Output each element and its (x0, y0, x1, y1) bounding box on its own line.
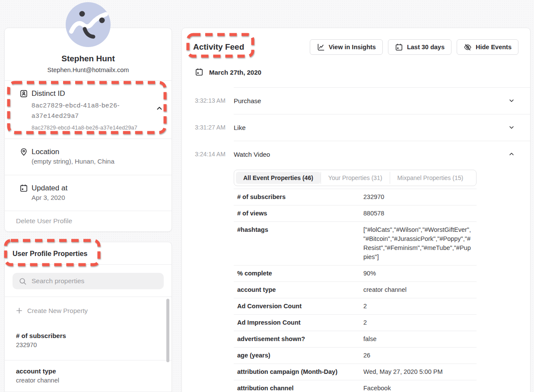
property-list: Create New Property # of subscribers 232… (5, 297, 172, 392)
last-30-days-button[interactable]: Last 30 days (388, 39, 451, 55)
search-properties-box[interactable] (13, 273, 164, 289)
list-item[interactable]: account type creator channel (5, 360, 172, 392)
line-chart-icon (317, 43, 325, 51)
distinct-id-value-small: 8ac27829-ebcd-41a8-be26-a37e14ed29a7 (32, 125, 137, 131)
distinct-id-section: Distinct ID 8ac27829-ebcd-41a8-be26-a37e… (5, 80, 172, 139)
tab-mixpanel-properties[interactable]: Mixpanel Properties (15) (390, 172, 471, 184)
event-name: Like (234, 124, 246, 131)
table-row: age (years) 26 (234, 347, 477, 364)
property-value: Facebook (363, 384, 473, 392)
calendar-icon (395, 43, 403, 51)
event-properties-table: # of subscribers 232970 # of views 88057… (234, 189, 477, 392)
property-value: 26 (363, 351, 473, 360)
property-key: Ad Impression Count (237, 318, 363, 327)
plus-icon (16, 307, 22, 314)
updated-at-label: Updated at (32, 183, 67, 193)
smiley-trendline-avatar-icon (66, 2, 111, 47)
table-row: Ad Conversion Count 2 (234, 298, 477, 314)
chevron-down-icon[interactable] (509, 124, 515, 130)
property-name: account type (16, 367, 160, 375)
table-row: attribution channel Facebook (234, 380, 477, 392)
eye-off-icon (464, 43, 472, 51)
property-key: % complete (237, 269, 363, 278)
property-value: false (363, 335, 473, 344)
table-row: advertisement shown? false (234, 331, 477, 347)
property-key: attribution channel (237, 384, 363, 392)
event-properties-tabs: All Event Properties (46) Your Propertie… (234, 170, 477, 186)
table-row: % complete 90% (234, 265, 477, 281)
calendar-icon (19, 184, 28, 193)
view-in-insights-button[interactable]: View in Insights (310, 39, 383, 55)
event-detail-panel: All Event Properties (46) Your Propertie… (234, 170, 477, 392)
hide-events-button[interactable]: Hide Events (457, 39, 518, 55)
scrollbar-thumb[interactable] (166, 299, 169, 362)
tab-your-properties[interactable]: Your Properties (31) (321, 172, 390, 184)
event-row-purchase[interactable]: 3:32:13 AM Purchase (182, 87, 530, 114)
event-name: Watch Video (234, 151, 270, 158)
property-key: account type (237, 285, 363, 294)
search-properties-input[interactable] (32, 277, 158, 285)
contact-card-icon (19, 89, 28, 98)
create-new-property-label: Create New Property (27, 307, 88, 314)
search-icon (19, 277, 27, 285)
property-key: # of subscribers (237, 193, 363, 202)
create-new-property-button[interactable]: Create New Property (5, 297, 172, 314)
table-row: # of subscribers 232970 (234, 189, 477, 205)
property-value: ["#lolCats","#Wilson","#WorstGiftEver","… (363, 225, 473, 262)
property-value: 232970 (16, 341, 160, 349)
event-time: 3:24:14 AM (195, 151, 234, 158)
profile-name: Stephen Hunt (12, 54, 165, 64)
property-value: Wed, May 27, 2020 5:00 PM (363, 367, 473, 376)
table-row: Ad Impression Count 2 (234, 314, 477, 331)
location-label: Location (32, 147, 114, 157)
calendar-icon (195, 68, 203, 76)
location-value: (empty string), Hunan, China (32, 158, 114, 165)
property-value: 880578 (363, 209, 473, 218)
table-row: # of views 880578 (234, 205, 477, 221)
distinct-id-label: Distinct ID (32, 89, 137, 98)
date-group-label: March 27th, 2020 (209, 69, 261, 76)
chevron-up-icon[interactable] (509, 151, 515, 157)
property-key: # of views (237, 209, 363, 218)
delete-user-profile-link[interactable]: Delete User Profile (5, 211, 172, 232)
property-value: 232970 (363, 193, 473, 202)
property-name: # of subscribers (16, 332, 160, 340)
property-value: 2 (363, 302, 473, 311)
property-value: 2 (363, 318, 473, 327)
date-group-header: March 27th, 2020 (195, 68, 530, 76)
profile-card: Stephen Hunt Stephen.Hunt@hotmailx.com D… (4, 28, 172, 232)
property-key: #hashtags (237, 225, 363, 262)
chevron-up-icon[interactable] (156, 105, 163, 112)
property-key: advertisement shown? (237, 335, 363, 344)
hide-events-label: Hide Events (476, 44, 512, 51)
event-row-watch-video[interactable]: 3:24:14 AM Watch Video (182, 141, 530, 168)
location-section: Location (empty string), Hunan, China (5, 139, 172, 175)
list-item[interactable]: # of subscribers 232970 (5, 314, 172, 360)
activity-feed-card: Activity Feed View in Insights Last 30 d… (181, 28, 531, 392)
user-profile-properties-card: User Profile Properties Create New Prope… (4, 242, 172, 392)
updated-at-value: Apr 3, 2020 (32, 194, 67, 202)
event-time: 3:31:27 AM (195, 124, 234, 131)
table-row: #hashtags ["#lolCats","#Wilson","#WorstG… (234, 221, 477, 265)
event-row-like[interactable]: 3:31:27 AM Like (182, 114, 530, 141)
user-profile-properties-title: User Profile Properties (5, 242, 172, 264)
activity-feed-title: Activity Feed (193, 41, 244, 53)
map-pin-icon (19, 148, 28, 156)
distinct-id-value: 8ac27829-ebcd-41a8-be26-a37e14ed29a7 (32, 100, 133, 121)
event-name: Purchase (234, 97, 261, 104)
property-value: 90% (363, 269, 473, 278)
user-avatar (66, 2, 111, 47)
tab-all-event-properties[interactable]: All Event Properties (46) (236, 172, 321, 184)
profile-email: Stephen.Hunt@hotmailx.com (12, 66, 165, 74)
chevron-down-icon[interactable] (509, 98, 515, 104)
property-value: creator channel (363, 285, 473, 294)
event-time: 3:32:13 AM (195, 97, 234, 104)
property-value: creator channel (16, 376, 160, 384)
property-key: Ad Conversion Count (237, 302, 363, 311)
property-key: attribution campaign (Month-Day) (237, 367, 363, 376)
property-key: age (years) (237, 351, 363, 360)
last-30-days-label: Last 30 days (407, 44, 445, 51)
updated-at-section: Updated at Apr 3, 2020 (5, 175, 172, 211)
table-row: attribution campaign (Month-Day) Wed, Ma… (234, 364, 477, 380)
table-row: account type creator channel (234, 281, 477, 298)
